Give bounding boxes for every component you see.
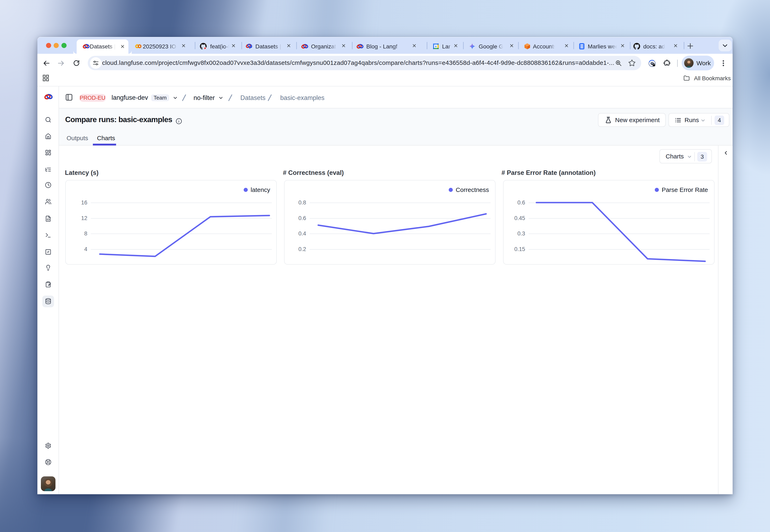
svg-text:6: 6: [435, 45, 437, 48]
